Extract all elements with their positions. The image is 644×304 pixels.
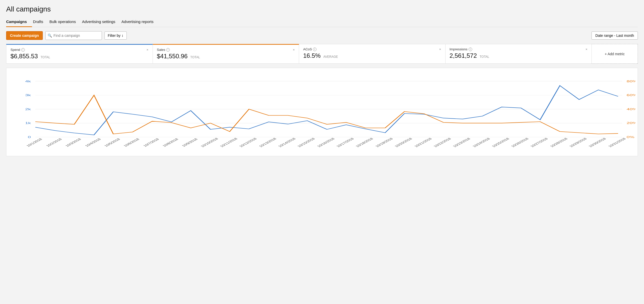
- svg-text:10/3/2018: 10/3/2018: [64, 138, 82, 147]
- chart-svg: 0 1k 2k 3k 4k 0% 20% 40% 60% 80% 10: [8, 72, 636, 154]
- svg-text:10/12/2018: 10/12/2018: [238, 137, 258, 148]
- metric-header-impressions: Impressions i ×: [450, 47, 588, 51]
- svg-text:10/26/2018: 10/26/2018: [510, 137, 530, 148]
- svg-text:10/14/2018: 10/14/2018: [277, 137, 297, 148]
- svg-text:10/27/2018: 10/27/2018: [529, 137, 549, 148]
- metric-value-spend: $6,855.53 TOTAL: [10, 53, 149, 60]
- svg-text:10/28/2018: 10/28/2018: [549, 137, 568, 148]
- toolbar: Create campaign 🔍 Filter by ↕ Date range…: [6, 31, 638, 40]
- tab-bulk-operations[interactable]: Bulk operations: [48, 17, 81, 27]
- search-wrapper: 🔍: [45, 31, 102, 40]
- svg-text:10/11/2018: 10/11/2018: [219, 137, 238, 148]
- filter-arrows-icon: ↕: [122, 33, 123, 38]
- metric-label-acos: ACoS i: [303, 47, 316, 51]
- svg-text:40%: 40%: [627, 108, 636, 111]
- svg-text:10/15/2018: 10/15/2018: [296, 137, 316, 148]
- svg-text:0%: 0%: [627, 136, 634, 139]
- svg-text:10/31/2018: 10/31/2018: [607, 137, 627, 148]
- svg-text:10/17/2018: 10/17/2018: [335, 137, 355, 148]
- impressions-info-icon[interactable]: i: [469, 48, 472, 51]
- sales-info-icon[interactable]: i: [166, 48, 170, 52]
- chart-container: 0 1k 2k 3k 4k 0% 20% 40% 60% 80% 10: [6, 68, 638, 156]
- date-range-button[interactable]: Date range - Last month: [592, 31, 638, 40]
- metric-label-sales: Sales i: [157, 48, 170, 52]
- toolbar-right: Date range - Last month: [592, 31, 638, 40]
- metric-header-acos: ACoS i ×: [303, 47, 441, 51]
- svg-text:10/20/2018: 10/20/2018: [394, 137, 413, 148]
- page-title: All campaigns: [6, 5, 638, 13]
- svg-text:20%: 20%: [627, 121, 636, 125]
- svg-text:1k: 1k: [25, 121, 31, 125]
- svg-text:10/30/2018: 10/30/2018: [587, 137, 607, 148]
- svg-text:10/1/2018: 10/1/2018: [25, 138, 43, 147]
- metric-card-acos: ACoS i × 16.5% AVERAGE: [299, 44, 446, 64]
- page-container: All campaigns Campaigns Drafts Bulk oper…: [0, 0, 644, 304]
- svg-text:10/25/2018: 10/25/2018: [491, 137, 510, 148]
- metric-value-impressions: 2,561,572 TOTAL: [450, 52, 588, 59]
- create-campaign-button[interactable]: Create campaign: [6, 31, 43, 40]
- svg-text:10/19/2018: 10/19/2018: [374, 137, 394, 148]
- svg-text:10/13/2018: 10/13/2018: [258, 137, 277, 148]
- tab-advertising-reports[interactable]: Advertising reports: [120, 17, 159, 27]
- acos-info-icon[interactable]: i: [313, 48, 316, 51]
- acos-close-icon[interactable]: ×: [439, 47, 441, 51]
- svg-text:4k: 4k: [25, 80, 31, 83]
- svg-text:10/9/2018: 10/9/2018: [181, 138, 198, 147]
- tabs-bar: Campaigns Drafts Bulk operations Adverti…: [6, 17, 638, 27]
- metric-label-spend: Spend i: [10, 48, 25, 52]
- svg-text:10/16/2018: 10/16/2018: [316, 137, 335, 148]
- filter-by-button[interactable]: Filter by ↕: [104, 31, 127, 40]
- metric-value-sales: $41,550.96 TOTAL: [157, 53, 295, 60]
- svg-text:2k: 2k: [25, 108, 31, 111]
- sales-close-icon[interactable]: ×: [293, 48, 295, 52]
- svg-text:60%: 60%: [627, 94, 636, 97]
- svg-text:10/23/2018: 10/23/2018: [452, 137, 471, 148]
- svg-text:10/4/2018: 10/4/2018: [84, 138, 102, 147]
- svg-text:10/29/2018: 10/29/2018: [568, 137, 588, 148]
- metric-value-acos: 16.5% AVERAGE: [303, 52, 441, 59]
- svg-text:10/22/2018: 10/22/2018: [432, 137, 452, 148]
- add-metric-button[interactable]: + Add metric: [592, 44, 638, 64]
- spend-info-icon[interactable]: i: [21, 48, 25, 52]
- svg-text:10/8/2018: 10/8/2018: [162, 138, 179, 147]
- svg-text:3k: 3k: [25, 94, 31, 97]
- svg-text:10/7/2018: 10/7/2018: [142, 138, 160, 147]
- metric-header-sales: Sales i ×: [157, 48, 295, 52]
- svg-text:10/24/2018: 10/24/2018: [471, 137, 491, 148]
- svg-text:10/6/2018: 10/6/2018: [123, 138, 140, 147]
- metric-card-impressions: Impressions i × 2,561,572 TOTAL: [446, 44, 592, 64]
- svg-text:10/18/2018: 10/18/2018: [355, 137, 374, 148]
- spend-close-icon[interactable]: ×: [146, 48, 149, 52]
- search-input[interactable]: [54, 33, 100, 38]
- metrics-row: Spend i × $6,855.53 TOTAL Sales i × $41,…: [6, 44, 638, 64]
- svg-text:80%: 80%: [627, 80, 636, 83]
- metric-label-impressions: Impressions i: [450, 47, 472, 51]
- svg-text:10/5/2018: 10/5/2018: [103, 138, 121, 147]
- metric-header-spend: Spend i ×: [10, 48, 149, 52]
- svg-text:10/10/2018: 10/10/2018: [200, 137, 219, 148]
- tab-drafts[interactable]: Drafts: [32, 17, 48, 27]
- search-icon: 🔍: [48, 33, 52, 38]
- metric-card-sales: Sales i × $41,550.96 TOTAL: [153, 44, 299, 64]
- impressions-close-icon[interactable]: ×: [585, 47, 587, 51]
- svg-text:10/2/2018: 10/2/2018: [45, 138, 63, 147]
- tab-advertising-settings[interactable]: Advertising settings: [81, 17, 120, 27]
- svg-text:0: 0: [28, 136, 31, 139]
- chart-svg-wrapper: 0 1k 2k 3k 4k 0% 20% 40% 60% 80% 10: [8, 72, 636, 154]
- svg-text:10/21/2018: 10/21/2018: [413, 137, 433, 148]
- metric-card-spend: Spend i × $6,855.53 TOTAL: [6, 44, 153, 64]
- tab-campaigns[interactable]: Campaigns: [6, 17, 32, 27]
